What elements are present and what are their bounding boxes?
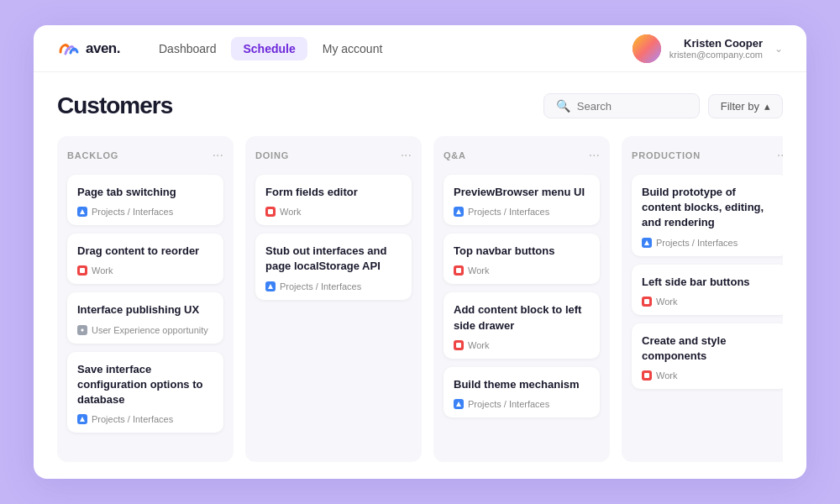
tag-dot-icon	[77, 265, 87, 276]
card-production-1[interactable]: Left side bar buttonsWork	[632, 265, 783, 315]
card-tag-qa-3: Projects / Interfaces	[454, 399, 590, 409]
nav-links: Dashboard Schedule My account	[147, 37, 633, 60]
card-qa-2[interactable]: Add content block to left side drawerWor…	[444, 292, 600, 358]
card-qa-0[interactable]: PreviewBrowser menu UIProjects / Interfa…	[444, 175, 600, 225]
nav-schedule[interactable]: Schedule	[231, 37, 307, 60]
tag-text-backlog-1: Work	[92, 265, 113, 276]
search-box[interactable]: 🔍	[543, 93, 700, 118]
card-doing-0[interactable]: Form fields editorWork	[255, 175, 412, 225]
svg-marker-8	[456, 402, 461, 407]
user-email: kristen@company.com	[669, 50, 763, 60]
nav-account[interactable]: My account	[311, 37, 395, 60]
card-doing-1[interactable]: Stub out interfaces and page localStorag…	[255, 234, 412, 299]
column-header-doing: DOING···	[255, 148, 412, 163]
card-tag-doing-1: Projects / Interfaces	[265, 281, 402, 291]
logo-text: aven.	[86, 40, 120, 57]
tag-text-backlog-3: Projects / Interfaces	[92, 414, 173, 424]
card-tag-production-0: Projects / Interfaces	[642, 238, 778, 248]
card-title-backlog-3: Save interface configuration options to …	[77, 362, 213, 408]
card-tag-doing-0: Work	[265, 207, 402, 217]
navbar: aven. Dashboard Schedule My account Kris…	[34, 25, 806, 72]
tag-text-backlog-0: Projects / Interfaces	[92, 207, 173, 217]
page-title: Customers	[57, 92, 172, 119]
column-production: PRODUCTION···Build prototype of content …	[622, 136, 783, 462]
main-content: Customers 🔍 Filter by ▴ BACKLOG···Page t…	[34, 72, 806, 479]
user-info: Kristen Cooper kristen@company.com	[669, 37, 763, 60]
card-production-0[interactable]: Build prototype of content blocks, editi…	[632, 175, 783, 256]
column-title-production: PRODUCTION	[632, 150, 701, 160]
card-title-backlog-1: Drag content to reorder	[77, 244, 213, 259]
logo[interactable]: aven.	[57, 40, 120, 57]
tag-text-doing-1: Projects / Interfaces	[280, 281, 361, 291]
column-header-backlog: BACKLOG···	[67, 148, 223, 163]
card-tag-backlog-0: Projects / Interfaces	[77, 207, 213, 217]
column-menu-qa[interactable]: ···	[589, 148, 600, 163]
search-input[interactable]	[577, 100, 678, 113]
svg-rect-1	[80, 268, 85, 273]
card-tag-backlog-2: User Experience opportunity	[77, 325, 213, 335]
tag-text-qa-0: Projects / Interfaces	[468, 207, 549, 217]
tag-dot-icon	[454, 207, 464, 217]
column-menu-backlog[interactable]: ···	[213, 148, 223, 163]
tag-text-qa-1: Work	[468, 265, 489, 276]
filter-chevron-icon: ▴	[764, 100, 770, 113]
card-tag-qa-1: Work	[454, 265, 590, 276]
tag-text-production-0: Projects / Interfaces	[656, 238, 738, 248]
column-title-backlog: BACKLOG	[67, 150, 118, 160]
card-tag-production-2: Work	[642, 370, 778, 381]
svg-marker-4	[268, 284, 273, 289]
card-title-qa-2: Add content block to left side drawer	[454, 302, 590, 333]
column-backlog: BACKLOG···Page tab switchingProjects / I…	[57, 136, 234, 462]
card-title-backlog-2: Interface publishing UX	[77, 302, 213, 318]
tag-text-production-2: Work	[656, 370, 677, 381]
svg-marker-0	[80, 209, 85, 214]
card-production-2[interactable]: Create and style componentsWork	[632, 323, 783, 389]
tag-dot-icon	[642, 370, 652, 381]
card-tag-production-1: Work	[642, 297, 778, 307]
svg-rect-11	[644, 373, 649, 378]
tag-dot-icon	[454, 340, 464, 350]
avatar	[633, 34, 661, 63]
tag-dot-icon	[642, 238, 652, 248]
svg-rect-10	[644, 299, 649, 304]
card-tag-backlog-1: Work	[77, 265, 213, 276]
nav-dashboard[interactable]: Dashboard	[147, 37, 228, 60]
card-qa-1[interactable]: Top navbar buttonsWork	[444, 234, 600, 284]
card-backlog-2[interactable]: Interface publishing UXUser Experience o…	[67, 292, 223, 343]
tag-text-doing-0: Work	[280, 207, 301, 217]
tag-dot-icon	[454, 265, 464, 276]
tag-text-backlog-2: User Experience opportunity	[92, 325, 208, 335]
svg-marker-9	[644, 240, 649, 245]
tag-text-production-1: Work	[656, 297, 677, 307]
card-title-backlog-0: Page tab switching	[77, 185, 213, 200]
filter-button[interactable]: Filter by ▴	[708, 94, 783, 118]
svg-rect-3	[268, 209, 273, 214]
chevron-down-icon: ⌄	[774, 43, 783, 55]
card-backlog-3[interactable]: Save interface configuration options to …	[67, 352, 223, 433]
svg-marker-2	[80, 417, 85, 422]
column-header-production: PRODUCTION···	[632, 148, 783, 163]
card-title-qa-1: Top navbar buttons	[454, 244, 590, 259]
card-title-doing-1: Stub out interfaces and page localStorag…	[265, 244, 402, 274]
svg-rect-7	[456, 343, 461, 348]
tag-dot-icon	[454, 399, 464, 409]
card-title-production-0: Build prototype of content blocks, editi…	[642, 185, 778, 231]
column-header-qa: Q&A···	[444, 148, 600, 163]
card-backlog-1[interactable]: Drag content to reorderWork	[67, 234, 223, 284]
svg-rect-6	[456, 268, 461, 273]
card-title-qa-3: Build theme mechanism	[454, 377, 590, 392]
tag-dot-icon	[77, 325, 87, 335]
card-title-production-2: Create and style components	[642, 333, 778, 364]
tag-text-qa-2: Work	[468, 340, 489, 350]
tag-dot-icon	[642, 297, 652, 307]
search-icon: 🔍	[556, 99, 570, 113]
column-menu-production[interactable]: ···	[777, 148, 783, 163]
column-menu-doing[interactable]: ···	[401, 148, 412, 163]
tag-text-qa-3: Projects / Interfaces	[468, 399, 549, 409]
tag-dot-icon	[265, 281, 276, 291]
user-area[interactable]: Kristen Cooper kristen@company.com ⌄	[633, 34, 783, 63]
card-backlog-0[interactable]: Page tab switchingProjects / Interfaces	[67, 175, 223, 225]
card-title-qa-0: PreviewBrowser menu UI	[454, 185, 590, 200]
card-qa-3[interactable]: Build theme mechanismProjects / Interfac…	[444, 367, 600, 417]
tag-dot-icon	[265, 207, 276, 217]
